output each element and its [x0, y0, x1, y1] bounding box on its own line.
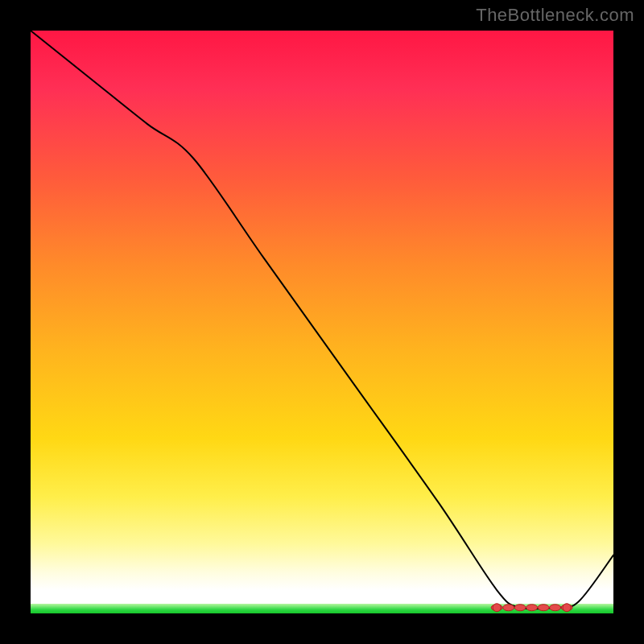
watermark-text: TheBottleneck.com — [476, 5, 634, 26]
marker — [538, 605, 549, 611]
marker-end — [563, 604, 571, 612]
chart-svg — [31, 31, 613, 613]
marker — [514, 605, 526, 611]
marker — [526, 605, 538, 611]
plot-area — [31, 31, 613, 613]
marker-group — [491, 604, 572, 612]
chart-frame: TheBottleneck.com — [0, 0, 644, 644]
curve-path — [31, 31, 613, 609]
marker — [550, 605, 561, 611]
marker — [503, 605, 514, 611]
marker-end — [493, 604, 501, 612]
